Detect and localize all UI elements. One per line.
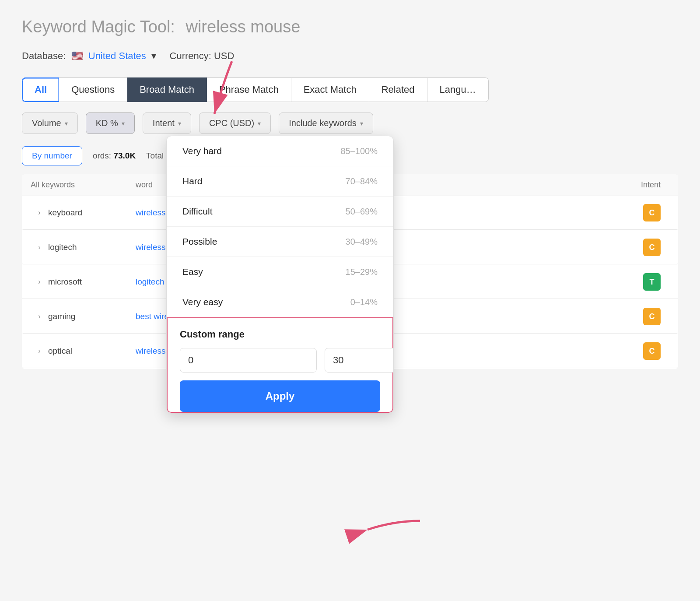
filter-cpc[interactable]: CPC (USD) ▾ — [199, 112, 271, 134]
custom-range-title: Custom range — [180, 329, 380, 340]
filter-cpc-label: CPC (USD) — [209, 118, 254, 128]
database-link[interactable]: United States — [88, 50, 146, 61]
kd-label: Possible — [182, 236, 217, 247]
chevron-down-icon: ▾ — [178, 120, 181, 127]
intent-badge-c: C — [643, 204, 661, 221]
row-expander[interactable]: › — [31, 209, 48, 217]
kd-label: Difficult — [182, 206, 212, 217]
chevron-down-icon: ▾ — [122, 120, 125, 127]
kd-range: 85–100% — [340, 146, 378, 156]
filter-kd[interactable]: KD % ▾ — [86, 112, 135, 134]
custom-range-inputs — [180, 348, 380, 373]
custom-range-section: Custom range Apply — [167, 317, 393, 413]
arrow-apply-indicator — [359, 503, 429, 556]
kd-option-easy[interactable]: Easy 15–29% — [167, 257, 393, 287]
currency-label: Currency: USD — [170, 50, 234, 61]
kd-label: Easy — [182, 267, 203, 277]
row-expander[interactable]: › — [31, 278, 48, 286]
chevron-down-icon: ▾ — [258, 120, 261, 127]
intent-badge-c: C — [643, 342, 661, 360]
tab-questions[interactable]: Questions — [59, 77, 127, 102]
kd-range: 15–29% — [346, 267, 378, 277]
page-title-label: Keyword Magic Tool: — [22, 18, 175, 36]
kd-option-hard[interactable]: Hard 70–84% — [167, 166, 393, 197]
words-value: 73.0K — [113, 151, 136, 160]
database-chevron: ▾ — [151, 50, 156, 61]
filter-include-keywords[interactable]: Include keywords ▾ — [279, 112, 373, 134]
filter-intent-label: Intent — [153, 118, 175, 128]
tab-broad-match[interactable]: Broad Match — [127, 77, 207, 102]
row-group-name: gaming — [48, 312, 136, 321]
kd-option-very-easy[interactable]: Very easy 0–14% — [167, 287, 393, 317]
filter-include-keywords-label: Include keywords — [289, 118, 357, 128]
tab-exact-match[interactable]: Exact Match — [291, 77, 369, 102]
kd-option-possible[interactable]: Possible 30–49% — [167, 227, 393, 257]
kd-range: 30–49% — [346, 237, 378, 247]
kd-option-very-hard[interactable]: Very hard 85–100% — [167, 136, 393, 166]
col-all-keywords: All keywords — [31, 180, 136, 190]
custom-range-to-input[interactable] — [325, 348, 394, 373]
tabs-row: All Questions Broad Match Phrase Match E… — [22, 77, 678, 102]
row-expander[interactable]: › — [31, 243, 48, 251]
database-label: Database: — [22, 50, 66, 61]
page-subtitle: wireless mouse — [186, 18, 300, 36]
words-stat: ords: 73.0K — [93, 151, 136, 161]
tab-language[interactable]: Langu… — [427, 77, 489, 102]
kd-label: Hard — [182, 176, 203, 186]
row-expander[interactable]: › — [31, 313, 48, 320]
kd-range: 0–14% — [350, 297, 378, 307]
kd-range: 70–84% — [346, 176, 378, 186]
row-group-name: optical — [48, 346, 136, 356]
filter-volume[interactable]: Volume ▾ — [22, 112, 78, 134]
tab-related[interactable]: Related — [369, 77, 427, 102]
chevron-down-icon: ▾ — [360, 120, 363, 127]
filter-intent[interactable]: Intent ▾ — [143, 112, 191, 134]
tab-all[interactable]: All — [22, 77, 59, 102]
row-group-name: logitech — [48, 243, 136, 252]
col-intent: Intent — [617, 180, 669, 190]
filter-kd-label: KD % — [96, 118, 118, 128]
kd-option-difficult[interactable]: Difficult 50–69% — [167, 197, 393, 227]
kd-dropdown: Very hard 85–100% Hard 70–84% Difficult … — [166, 136, 394, 413]
kd-label: Very hard — [182, 146, 222, 156]
intent-badge-c: C — [643, 308, 661, 325]
row-group-name: microsoft — [48, 277, 136, 287]
tab-phrase-match[interactable]: Phrase Match — [207, 77, 291, 102]
by-number-button[interactable]: By number — [22, 146, 82, 165]
chevron-down-icon: ▾ — [65, 120, 68, 127]
kd-label: Very easy — [182, 297, 223, 307]
row-group-name: keyboard — [48, 208, 136, 218]
filters-row: Volume ▾ KD % ▾ Intent ▾ CPC (USD) ▾ Inc… — [22, 112, 678, 134]
filter-volume-label: Volume — [32, 118, 61, 128]
apply-button[interactable]: Apply — [180, 380, 380, 412]
row-expander[interactable]: › — [31, 347, 48, 355]
page-title: Keyword Magic Tool: wireless mouse — [22, 18, 300, 36]
kd-range: 50–69% — [346, 207, 378, 217]
intent-badge-t: T — [643, 273, 661, 291]
database-row: Database: 🇺🇸 United States ▾ Currency: U… — [22, 50, 678, 62]
custom-range-from-input[interactable] — [180, 348, 317, 373]
page-wrapper: Keyword Magic Tool: wireless mouse Datab… — [0, 0, 700, 601]
intent-badge-c: C — [643, 239, 661, 256]
